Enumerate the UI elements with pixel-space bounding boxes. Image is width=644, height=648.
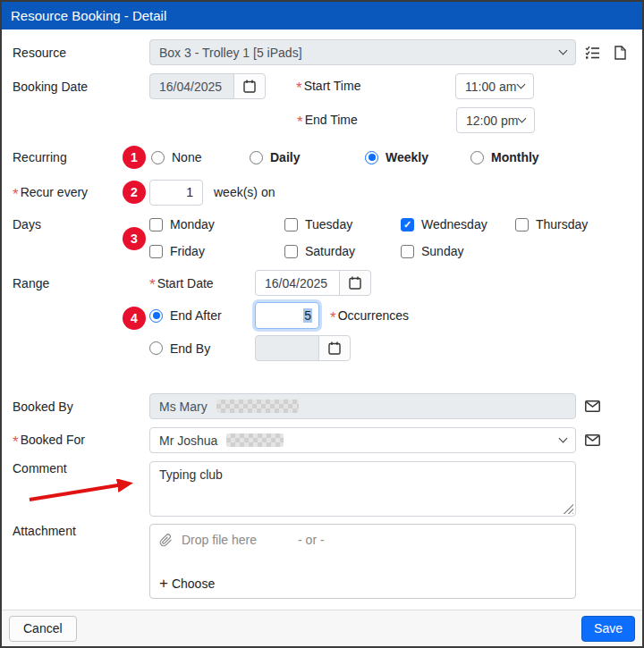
required-asterisk — [149, 275, 157, 290]
checkbox-icon[interactable] — [284, 218, 298, 231]
comment-textarea[interactable]: Typing club — [149, 461, 576, 517]
booked-for-value-wrap: Mr Joshua — [159, 433, 284, 448]
occurrences-input[interactable]: 5 — [255, 302, 319, 329]
days-row-1: Days Monday Tuesday Wednesday Thursday — [13, 215, 631, 234]
day-sunday[interactable]: Sunday — [401, 244, 463, 258]
end-time-row: End Time 12:00 pm — [13, 107, 631, 133]
booking-date-label: Booking Date — [13, 80, 149, 94]
day-monday[interactable]: Monday — [149, 217, 284, 231]
start-date-calendar-icon[interactable] — [339, 270, 371, 296]
dialog-body: Resource Box 3 - Trolley 1 [5 iPads] — [2, 29, 642, 610]
drop-file-text: Drop file here — [182, 533, 257, 547]
resource-actions — [585, 46, 631, 60]
redacted-name — [226, 433, 284, 447]
save-button[interactable]: Save — [581, 616, 635, 642]
attachment-dropzone[interactable]: Drop file here - or - Choose — [149, 524, 576, 599]
start-date-input[interactable]: 16/04/2025 — [255, 270, 340, 296]
recurring-option-none[interactable]: None — [151, 150, 250, 164]
radio-icon[interactable] — [250, 151, 263, 164]
end-by-group — [255, 335, 351, 361]
recurring-option-weekly[interactable]: Weekly — [365, 150, 470, 164]
checkbox-icon[interactable] — [284, 245, 298, 258]
end-time-select[interactable]: 12:00 pm — [456, 107, 535, 133]
booked-by-label: Booked By — [13, 400, 149, 414]
choose-file-button[interactable]: Choose — [159, 576, 215, 591]
attachment-label: Attachment — [13, 524, 149, 538]
dialog-title: Resource Booking - Detail — [11, 8, 166, 23]
step-badge-4: 4 — [123, 307, 146, 330]
resource-value: Box 3 - Trolley 1 [5 iPads] — [159, 46, 302, 60]
radio-icon[interactable] — [470, 151, 484, 164]
booked-by-row: Booked By Ms Mary — [13, 393, 631, 419]
start-time-select[interactable]: 11:00 am — [455, 73, 534, 99]
radio-icon[interactable] — [151, 151, 165, 164]
start-time-value: 11:00 am — [465, 80, 516, 94]
checkbox-icon[interactable] — [149, 245, 163, 258]
resize-handle-icon[interactable] — [563, 503, 573, 514]
recurring-row: Recurring 1 None Daily Weekly Monthly — [13, 144, 631, 171]
comment-label: Comment — [13, 461, 149, 475]
radio-icon[interactable] — [149, 341, 163, 355]
day-thursday[interactable]: Thursday — [515, 217, 588, 231]
booking-date-calendar-icon[interactable] — [233, 73, 266, 99]
booked-by-actions — [585, 400, 631, 412]
checklist-icon[interactable] — [585, 46, 600, 59]
required-asterisk — [13, 433, 21, 448]
resource-label: Resource — [13, 46, 149, 60]
occurrences-label: Occurrences — [330, 308, 409, 324]
day-tuesday[interactable]: Tuesday — [284, 217, 401, 231]
or-text: - or - — [298, 533, 325, 547]
checkbox-icon[interactable] — [401, 245, 414, 258]
paperclip-icon — [159, 534, 173, 547]
booking-date-input[interactable]: 16/04/2025 — [149, 73, 234, 99]
envelope-icon[interactable] — [585, 434, 600, 446]
chevron-down-icon — [559, 46, 568, 55]
start-time-label: Start Time — [296, 79, 455, 94]
document-icon[interactable] — [614, 46, 626, 60]
radio-checked-icon[interactable] — [365, 151, 378, 164]
day-friday[interactable]: Friday — [149, 244, 284, 258]
checkbox-checked-icon[interactable] — [401, 218, 414, 231]
end-by-option[interactable]: End By — [149, 341, 255, 356]
booked-for-label: Booked For — [13, 433, 149, 448]
end-time-label: End Time — [297, 113, 456, 128]
start-date-group: 16/04/2025 — [255, 270, 371, 296]
chevron-down-icon — [559, 434, 568, 443]
resource-booking-dialog: Resource Booking - Detail Resource Box 3… — [0, 0, 644, 648]
recur-every-input[interactable]: 1 — [149, 180, 203, 206]
envelope-icon[interactable] — [585, 400, 600, 412]
plus-icon — [159, 576, 172, 591]
end-by-input[interactable] — [255, 335, 319, 361]
cancel-button[interactable]: Cancel — [9, 616, 77, 642]
radio-checked-icon[interactable] — [149, 309, 163, 323]
start-date-label: Start Date — [149, 275, 255, 290]
chevron-down-icon — [518, 114, 527, 123]
range-row: Range Start Date 16/04/2025 — [13, 270, 631, 296]
recurring-option-monthly[interactable]: Monthly — [470, 150, 539, 164]
booked-for-row: Booked For Mr Joshua — [13, 427, 631, 453]
checkbox-icon[interactable] — [149, 218, 163, 231]
booking-date-row: Booking Date 16/04/2025 Start Time 11:00… — [13, 73, 631, 99]
required-asterisk — [297, 113, 305, 128]
days-section: 3 Days Monday Tuesday Wednesday Thursd — [13, 215, 631, 261]
step-badge-1: 1 — [123, 146, 146, 169]
booked-for-select[interactable]: Mr Joshua — [149, 427, 576, 453]
required-asterisk — [330, 308, 338, 324]
recurring-option-daily[interactable]: Daily — [250, 150, 365, 164]
booked-for-actions — [585, 434, 631, 446]
resource-select[interactable]: Box 3 - Trolley 1 [5 iPads] — [149, 39, 576, 65]
dropzone-hint: Drop file here - or - — [150, 525, 575, 547]
end-by-calendar-icon[interactable] — [318, 335, 351, 361]
end-after-option[interactable]: End After — [149, 308, 255, 323]
end-time-value: 12:00 pm — [466, 114, 518, 128]
recur-every-row: Recur every 2 1 week(s) on — [13, 179, 631, 206]
checkbox-icon[interactable] — [515, 218, 529, 231]
day-wednesday[interactable]: Wednesday — [401, 217, 515, 231]
days-row-2: Friday Saturday Sunday — [13, 241, 631, 261]
attachment-row: Attachment Drop file here - or - Choose — [13, 524, 631, 599]
step-badge-3: 3 — [123, 227, 146, 250]
dialog-footer: Cancel Save — [2, 610, 642, 646]
required-asterisk — [296, 79, 304, 94]
range-label: Range — [13, 276, 149, 290]
day-saturday[interactable]: Saturday — [284, 244, 401, 258]
